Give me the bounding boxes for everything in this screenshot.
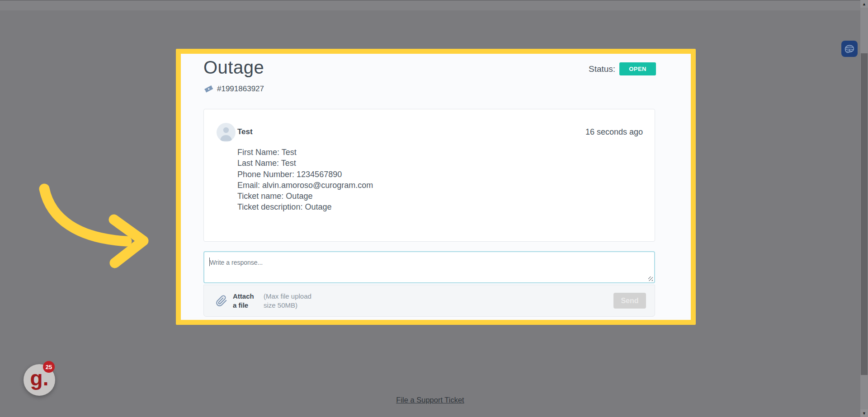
status-row: Status: OPEN (589, 62, 656, 75)
scroll-down-arrow-icon[interactable]: ▼ (860, 409, 868, 417)
avatar (217, 123, 236, 142)
page-title: Outage (203, 57, 264, 78)
message-line: Last Name: Test (237, 158, 373, 169)
ticket-id: #1991863927 (217, 84, 264, 94)
user-icon (217, 123, 236, 142)
message-line: Ticket name: Outage (237, 191, 373, 201)
text-cursor (209, 258, 210, 266)
support-link-wrap: File a Support Ticket (0, 396, 860, 404)
status-label: Status: (589, 64, 615, 74)
paperclip-icon (216, 295, 227, 307)
chat-widget-button[interactable]: g. 25 (24, 364, 55, 396)
message-line: Ticket description: Outage (237, 201, 373, 212)
response-box (203, 251, 655, 283)
brain-icon (843, 42, 856, 55)
message-body: First Name: Test Last Name: Test Phone N… (237, 147, 373, 213)
ticket-icon (203, 84, 214, 94)
message-line: First Name: Test (237, 147, 373, 158)
chat-unread-badge: 25 (43, 361, 55, 373)
message-line: Email: alvin.amoroso@curogram.com (237, 180, 373, 191)
message-line: Phone Number: 1234567890 (237, 169, 373, 180)
textarea-resize-handle[interactable] (648, 276, 653, 281)
scrollbar-thumb[interactable] (861, 53, 868, 375)
file-support-ticket-link[interactable]: File a Support Ticket (396, 396, 464, 404)
scroll-up-arrow-icon[interactable]: ▲ (860, 0, 868, 8)
attach-size-hint: (Max file upload size 50MB) (264, 292, 322, 310)
status-badge: OPEN (619, 62, 656, 75)
message-timestamp: 16 seconds ago (585, 127, 643, 137)
composer-footer: Attach a file (Max file upload size 50MB… (203, 285, 655, 317)
ticket-id-row: #1991863927 (203, 84, 264, 94)
page-top-strip (0, 0, 860, 10)
vertical-scrollbar[interactable]: ▲ ▼ (860, 0, 868, 417)
attach-file-button[interactable]: Attach a file (233, 292, 257, 310)
extension-button[interactable] (841, 41, 858, 57)
annotation-highlight-box: Outage #1991863927 Status: OPEN Test (176, 49, 696, 325)
message-card: Test 16 seconds ago First Name: Test Las… (203, 109, 655, 242)
response-textarea[interactable] (203, 251, 655, 283)
annotation-arrow-icon (36, 182, 154, 272)
send-button[interactable]: Send (613, 293, 646, 309)
ticket-panel: Outage #1991863927 Status: OPEN Test (181, 54, 691, 320)
message-author: Test (237, 127, 253, 136)
